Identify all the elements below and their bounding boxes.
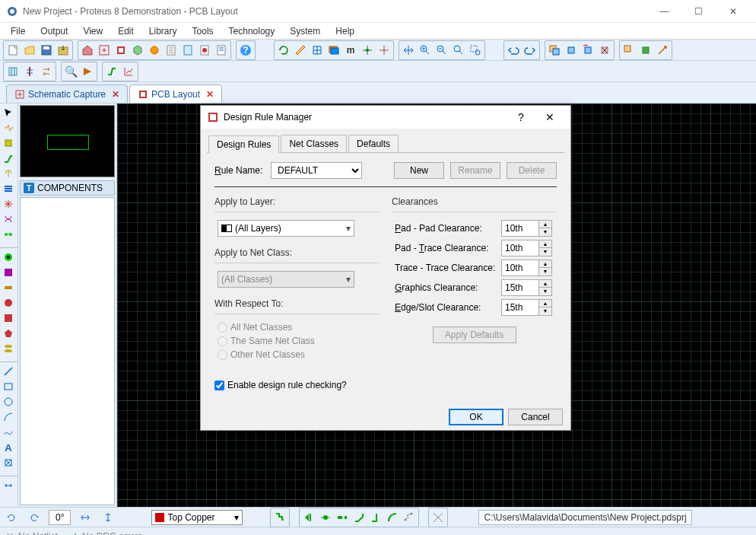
via-mode-icon[interactable] [0,166,17,181]
import-icon[interactable] [55,42,71,59]
units-m-icon[interactable]: m [342,42,359,59]
redo-icon[interactable] [522,42,538,59]
track-mode-icon[interactable] [0,151,17,166]
enable-drc-checkbox[interactable] [214,381,224,390]
trace-start-icon[interactable] [300,509,317,526]
home-icon[interactable] [79,42,96,59]
tab-design-rules[interactable]: Design Rules [208,135,279,153]
edge-spinner[interactable]: ▲▼ [539,299,552,316]
decompose-icon[interactable] [654,42,671,59]
dimension-icon[interactable] [0,478,17,493]
menu-view[interactable]: View [75,24,110,38]
schematic-icon[interactable] [96,42,113,59]
pad-trace-spinner[interactable]: ▲▼ [539,240,552,256]
menu-help[interactable]: Help [328,24,362,38]
pad-rect-icon[interactable] [0,310,17,326]
minimize-button[interactable]: — [647,0,681,22]
edge-input[interactable] [501,299,539,316]
tab-close-icon[interactable]: ✕ [112,89,119,100]
ok-button[interactable]: OK [449,409,503,425]
text2d-icon[interactable]: A [0,440,17,455]
layers-icon[interactable] [326,42,342,59]
pan-icon[interactable] [400,42,417,59]
close-button[interactable]: ✕ [716,0,750,22]
pad-square-icon[interactable] [0,265,17,280]
tab-defaults[interactable]: Defaults [348,135,399,152]
layer-selector[interactable]: Top Copper ▾ [151,510,243,525]
trace-via-icon[interactable] [317,509,334,526]
package-mode-icon[interactable] [0,135,17,151]
trace-trace-input[interactable] [501,260,539,276]
trace-any-icon[interactable] [401,509,418,526]
pick-icon[interactable] [621,42,637,59]
dialog-close-button[interactable]: ✕ [535,107,564,128]
open-file-icon[interactable] [21,42,38,59]
symbol2d-icon[interactable] [0,455,17,470]
rotate-ccw-icon[interactable] [3,509,20,526]
show-ratsnest-icon[interactable] [430,509,446,526]
zone-icon[interactable] [0,181,17,196]
tab-close-icon[interactable]: ✕ [206,89,214,100]
apply-to-layer-select[interactable]: (All Layers) ▾ [218,220,354,237]
report-icon[interactable] [196,42,213,59]
dialog-help-button[interactable]: ? [507,107,535,128]
trace-trace-spinner[interactable]: ▲▼ [539,260,552,276]
origin-icon[interactable] [359,42,376,59]
pad-smd-icon[interactable] [0,280,17,295]
tab-schematic[interactable]: Schematic Capture ✕ [6,84,128,103]
menu-file[interactable]: File [3,24,33,38]
package-icon[interactable] [637,42,654,59]
grid-icon[interactable] [309,42,326,59]
pcb-icon[interactable] [113,42,129,59]
components-list[interactable] [20,197,115,505]
pad-trace-input[interactable] [501,240,539,256]
trace-90-icon[interactable] [367,509,384,526]
pad-circular-icon[interactable] [0,295,17,310]
menu-system[interactable]: System [282,24,328,38]
bom-icon[interactable] [163,42,179,59]
trace-curve-icon[interactable] [384,509,401,526]
pad-through-icon[interactable] [0,250,17,265]
rect2d-icon[interactable] [0,379,17,394]
ratsnest-icon[interactable] [0,196,17,212]
board-preview[interactable] [20,105,115,177]
chart-icon[interactable] [120,63,137,80]
tab-pcb[interactable]: PCB Layout ✕ [129,84,222,103]
pad-edge-icon[interactable] [0,341,17,356]
circle2d-icon[interactable] [0,394,17,409]
arc2d-icon[interactable] [0,409,17,425]
path2d-icon[interactable] [0,425,17,440]
ratsnest2-icon[interactable] [0,212,17,227]
swap-icon[interactable] [38,63,55,80]
zoom-area-icon[interactable] [467,42,484,59]
maximize-button[interactable]: ☐ [681,0,716,22]
route-auto-icon[interactable] [272,509,288,526]
block-move-icon[interactable] [563,42,580,59]
flip-h-icon[interactable] [77,509,94,526]
pad-pad-input[interactable] [501,220,539,237]
pad-pad-spinner[interactable]: ▲▼ [539,220,552,237]
ruler2-icon[interactable] [21,63,38,80]
selection-icon[interactable] [0,105,17,120]
menu-technology[interactable]: Technology [221,24,283,38]
crosshair-icon[interactable] [376,42,392,59]
trace-45-icon[interactable] [351,509,367,526]
list-icon[interactable] [213,42,230,59]
zoom-out-icon[interactable] [434,42,450,59]
tab-net-classes[interactable]: Net Classes [281,135,347,152]
undo-icon[interactable] [505,42,522,59]
cancel-button[interactable]: Cancel [508,409,563,425]
save-icon[interactable] [38,42,55,59]
doc-icon[interactable] [179,42,196,59]
rule-name-select[interactable]: DEFAULT [271,162,362,179]
component-mode-icon[interactable] [0,120,17,135]
menu-output[interactable]: Output [33,24,75,38]
connectivity-icon[interactable] [0,227,17,242]
help-icon[interactable]: ? [237,42,254,59]
pad-poly-icon[interactable] [0,326,17,341]
3d-icon[interactable] [129,42,146,59]
goto-icon[interactable] [79,63,96,80]
menu-edit[interactable]: Edit [110,24,141,38]
zoom-fit-icon[interactable] [450,42,467,59]
menu-tools[interactable]: Tools [185,24,221,38]
